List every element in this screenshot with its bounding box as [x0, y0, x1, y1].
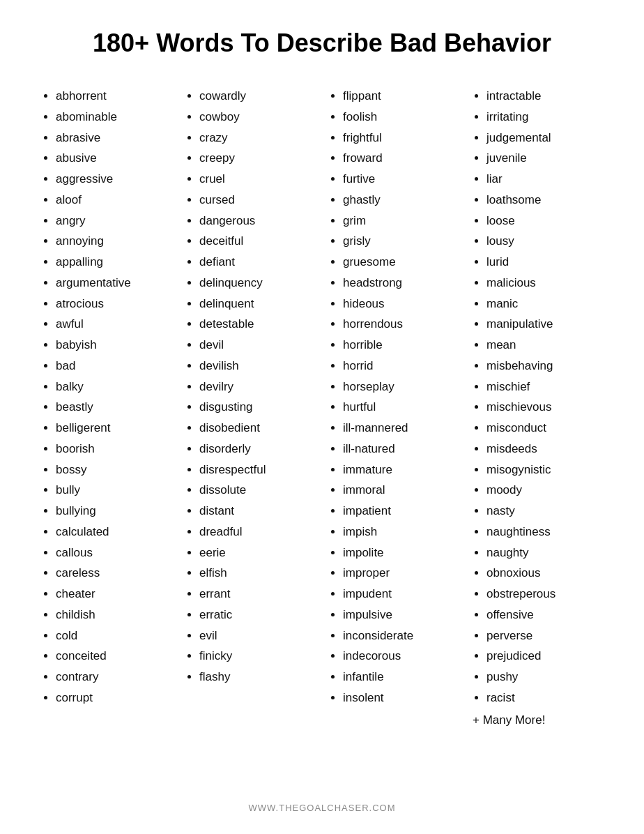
list-item: horseplay	[343, 377, 459, 397]
list-item: dreadful	[199, 522, 315, 543]
list-item: obnoxious	[486, 563, 602, 584]
list-item: perverse	[486, 626, 602, 646]
list-item: boorish	[56, 439, 171, 460]
list-item: aggressive	[56, 169, 171, 190]
list-item: infantile	[343, 667, 459, 688]
list-item: abrasive	[56, 128, 171, 149]
list-item: corrupt	[56, 688, 171, 708]
list-item: contrary	[56, 667, 171, 688]
list-item: abusive	[56, 148, 171, 169]
list-item: callous	[56, 543, 171, 563]
list-item: abhorrent	[56, 86, 171, 107]
list-item: naughtiness	[486, 522, 602, 543]
list-item: liar	[486, 169, 602, 190]
list-item: furtive	[343, 169, 459, 190]
list-item: disrespectful	[199, 460, 315, 480]
list-item: mischief	[486, 377, 602, 397]
list-item: mischievous	[486, 397, 602, 418]
list-item: delinquency	[199, 273, 315, 294]
list-item: impatient	[343, 501, 459, 522]
list-item: pushy	[486, 667, 602, 688]
list-item: misbehaving	[486, 356, 602, 377]
list-item: detestable	[199, 314, 315, 335]
list-item: judgemental	[486, 128, 602, 149]
list-item: creepy	[199, 148, 315, 169]
list-item: conceited	[56, 646, 171, 667]
list-item: nasty	[486, 501, 602, 522]
list-item: distant	[199, 501, 315, 522]
list-item: awful	[56, 314, 171, 335]
list-item: cruel	[199, 169, 315, 190]
list-item: erratic	[199, 605, 315, 626]
column-2: cowardlycowboycrazycreepycruelcurseddang…	[178, 86, 322, 782]
list-item: childish	[56, 605, 171, 626]
list-item: impish	[343, 522, 459, 543]
list-item: frightful	[343, 128, 459, 149]
list-item: inconsiderate	[343, 626, 459, 646]
list-item: obstreperous	[486, 584, 602, 605]
list-item: cowardly	[199, 86, 315, 107]
list-item: beastly	[56, 397, 171, 418]
list-item: devilry	[199, 377, 315, 397]
list-item: irritating	[486, 107, 602, 128]
list-item: froward	[343, 148, 459, 169]
list-item: angry	[56, 211, 171, 232]
list-item: dissolute	[199, 480, 315, 501]
list-item: misconduct	[486, 418, 602, 439]
list-item: juvenile	[486, 148, 602, 169]
list-item: appalling	[56, 252, 171, 273]
footer-url: WWW.THEGOALCHASER.COM	[249, 803, 396, 813]
list-item: immoral	[343, 480, 459, 501]
list-item: cheater	[56, 584, 171, 605]
list-item: errant	[199, 584, 315, 605]
list-item: defiant	[199, 252, 315, 273]
list-item: horrible	[343, 335, 459, 356]
list-item: loose	[486, 211, 602, 232]
list-item: abominable	[56, 107, 171, 128]
list-item: balky	[56, 377, 171, 397]
list-item: horrid	[343, 356, 459, 377]
column-4: intractableirritatingjudgementaljuvenile…	[466, 86, 609, 782]
list-item: naughty	[486, 543, 602, 563]
list-item: manic	[486, 294, 602, 314]
list-item: offensive	[486, 605, 602, 626]
list-item: impudent	[343, 584, 459, 605]
list-item: crazy	[199, 128, 315, 149]
list-item: calculated	[56, 522, 171, 543]
list-item: misdeeds	[486, 439, 602, 460]
list-item: grim	[343, 211, 459, 232]
list-item: indecorous	[343, 646, 459, 667]
list-item: flashy	[199, 667, 315, 688]
list-item: cold	[56, 626, 171, 646]
column-3: flippantfoolishfrightfulfrowardfurtivegh…	[322, 86, 466, 782]
list-item: lurid	[486, 252, 602, 273]
list-item: impulsive	[343, 605, 459, 626]
list-item: malicious	[486, 273, 602, 294]
list-item: hideous	[343, 294, 459, 314]
list-item: moody	[486, 480, 602, 501]
list-item: lousy	[486, 231, 602, 252]
list-item: delinquent	[199, 294, 315, 314]
list-item: mean	[486, 335, 602, 356]
page-title: 180+ Words To Describe Bad Behavior	[93, 28, 551, 58]
list-item: evil	[199, 626, 315, 646]
list-item: flippant	[343, 86, 459, 107]
list-item: atrocious	[56, 294, 171, 314]
list-item: eerie	[199, 543, 315, 563]
list-item: gruesome	[343, 252, 459, 273]
list-item: aloof	[56, 190, 171, 211]
list-item: bullying	[56, 501, 171, 522]
list-item: dangerous	[199, 211, 315, 232]
list-item: prejudiced	[486, 646, 602, 667]
list-item: improper	[343, 563, 459, 584]
list-item: intractable	[486, 86, 602, 107]
list-item: insolent	[343, 688, 459, 708]
list-item: ghastly	[343, 190, 459, 211]
column-1: abhorrentabominableabrasiveabusiveaggres…	[35, 86, 178, 782]
list-item: disgusting	[199, 397, 315, 418]
list-item: careless	[56, 563, 171, 584]
list-item: argumentative	[56, 273, 171, 294]
list-item: loathsome	[486, 190, 602, 211]
list-item: immature	[343, 460, 459, 480]
list-item: disobedient	[199, 418, 315, 439]
